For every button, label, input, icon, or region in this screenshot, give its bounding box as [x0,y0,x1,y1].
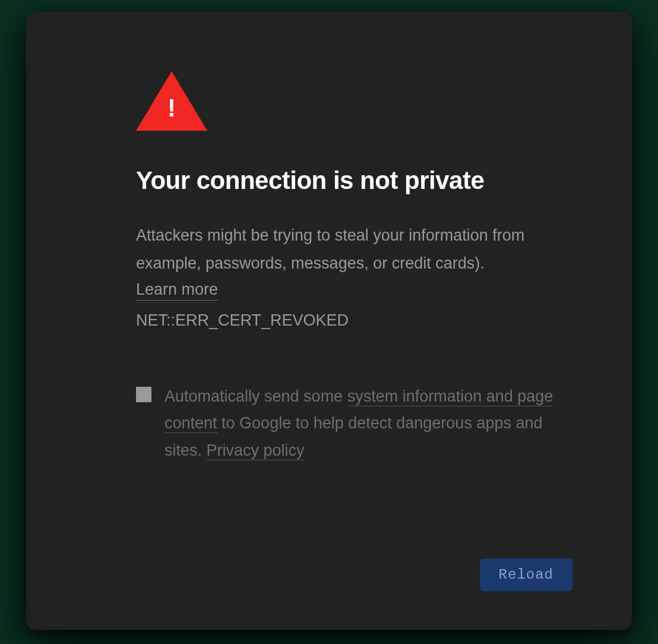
auto-report-checkbox[interactable] [136,387,151,402]
error-code: NET::ERR_CERT_REVOKED [136,311,561,330]
checkbox-text-prefix: Automatically send some [164,387,347,405]
learn-more-link[interactable]: Learn more [136,280,218,301]
error-description: Attackers might be trying to steal your … [136,222,561,278]
button-row: Reload [480,558,572,591]
error-page-window: Your connection is not private Attackers… [26,12,632,630]
warning-triangle-icon [136,71,207,131]
page-title: Your connection is not private [136,166,561,195]
auto-report-label: Automatically send some system informati… [164,383,561,465]
privacy-policy-link[interactable]: Privacy policy [207,441,305,460]
reload-button[interactable]: Reload [480,558,572,591]
auto-report-row: Automatically send some system informati… [136,383,561,465]
